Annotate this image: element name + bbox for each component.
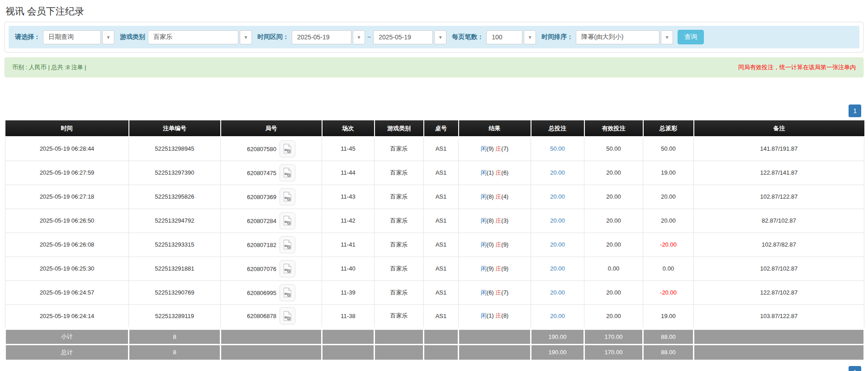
- cell-session: 11-39: [322, 281, 375, 304]
- video-replay-button[interactable]: [280, 260, 295, 277]
- cell-result: 闲(8) 庄(4): [459, 185, 531, 209]
- date-from-select-arrow[interactable]: ▼: [353, 30, 365, 44]
- date-to-value: 2025-05-19: [379, 33, 411, 41]
- header-cell: 有效投注: [584, 120, 643, 137]
- total-bet-link[interactable]: 20.00: [550, 217, 565, 224]
- sort-order-select-arrow[interactable]: ▼: [661, 30, 673, 44]
- cell-valid-bet: 20.00: [584, 209, 643, 233]
- footer-empty: [694, 344, 864, 360]
- result-banker-score: (9): [501, 241, 508, 248]
- header-cell: 场次: [322, 120, 375, 137]
- result-banker-label: 庄: [495, 169, 501, 176]
- total-bet-link[interactable]: 50.00: [550, 145, 565, 152]
- footer-empty: [424, 344, 459, 360]
- cell-remark: 102.87/122.87: [694, 185, 864, 209]
- cell-result: 闲(9) 庄(7): [459, 137, 531, 161]
- total-bet-link[interactable]: 20.00: [550, 265, 565, 272]
- date-to-select-arrow[interactable]: ▼: [434, 30, 446, 44]
- total-bet-link[interactable]: 20.00: [550, 241, 565, 248]
- video-file-icon: [283, 287, 292, 298]
- chevron-down-icon: ▼: [665, 35, 669, 40]
- sort-order-select[interactable]: 降幂(由大到小): [576, 30, 659, 44]
- cell-time: 2025-05-19 06:27:18: [5, 185, 129, 209]
- chevron-down-icon: ▼: [106, 35, 111, 40]
- page-size-select-arrow[interactable]: ▼: [524, 30, 536, 44]
- cell-time: 2025-05-19 06:27:59: [5, 161, 129, 185]
- header-cell: 备注: [694, 120, 864, 137]
- result-player-score: (9): [487, 265, 494, 272]
- payout-value: -20.00: [660, 289, 677, 296]
- cell-round-id: 620807182: [221, 233, 322, 257]
- cell-table-no: AS1: [424, 233, 459, 257]
- cell-remark: 122.87/141.87: [694, 161, 864, 185]
- cell-valid-bet: 20.00: [584, 304, 643, 328]
- footer-valid-bet: 170.00: [584, 344, 643, 360]
- pagination-bottom-page-1[interactable]: 1: [849, 366, 861, 371]
- game-type-select[interactable]: 百家乐: [148, 30, 238, 44]
- footer-valid-bet: 170.00: [584, 328, 643, 344]
- cell-payout: 50.00: [643, 137, 694, 161]
- query-type-label: 请选择：: [15, 33, 40, 41]
- video-replay-button[interactable]: [280, 307, 295, 324]
- table-footer-row: 总计 8 190.00 170.00 88.00: [5, 344, 864, 360]
- query-type-select[interactable]: 日期查询: [43, 30, 101, 44]
- cell-bet-id: 522513289119: [129, 304, 221, 328]
- result-banker-score: (3): [501, 217, 508, 224]
- result-player-score: (1): [487, 312, 494, 319]
- sort-order-label: 时间排序：: [541, 33, 573, 41]
- result-player-score: (8): [487, 193, 494, 200]
- video-replay-button[interactable]: [280, 164, 295, 181]
- video-replay-button[interactable]: [280, 284, 295, 301]
- cell-result: 闲(6) 庄(7): [459, 281, 531, 304]
- page-title: 视讯 会员下注纪录: [5, 5, 863, 18]
- cell-session: 11-42: [322, 209, 375, 233]
- table-row: 2025-05-19 06:26:08 522513293315 6208071…: [5, 233, 864, 257]
- cell-time: 2025-05-19 06:25:30: [5, 257, 129, 281]
- summary-currency-count: 币别 : 人民币 | 总共 :8 注单 |: [12, 63, 86, 71]
- result-banker-label: 庄: [495, 241, 501, 248]
- table-row: 2025-05-19 06:24:57 522513290769 6208069…: [5, 281, 864, 304]
- table-footer: 小计 8 190.00 170.00 88.00 总计 8 190.00 170…: [5, 328, 864, 360]
- page-size-select[interactable]: 100: [486, 30, 522, 44]
- game-type-select-arrow[interactable]: ▼: [240, 30, 252, 44]
- footer-empty: [459, 328, 531, 344]
- payout-value: 0.00: [663, 265, 674, 272]
- result-banker-score: (6): [501, 169, 508, 176]
- summary-bar: 币别 : 人民币 | 总共 :8 注单 | 同局有效投注，统一计算在该局第一张注…: [5, 57, 863, 77]
- cell-game-type: 百家乐: [375, 137, 424, 161]
- cell-game-type: 百家乐: [375, 257, 424, 281]
- video-replay-button[interactable]: [280, 140, 295, 157]
- video-replay-button[interactable]: [280, 188, 295, 205]
- round-id-text: 620807076: [247, 265, 276, 272]
- pagination-page-1[interactable]: 1: [849, 105, 861, 117]
- video-replay-button[interactable]: [280, 212, 295, 229]
- cell-session: 11-40: [322, 257, 375, 281]
- footer-empty: [221, 328, 322, 344]
- cell-remark: 82.87/102.87: [694, 209, 864, 233]
- cell-game-type: 百家乐: [375, 233, 424, 257]
- total-bet-link[interactable]: 20.00: [550, 193, 565, 200]
- footer-count: 8: [129, 344, 221, 360]
- cell-total-bet: 20.00: [531, 304, 584, 328]
- date-from-select[interactable]: 2025-05-19: [292, 30, 351, 44]
- header-cell: 游戏类别: [375, 120, 424, 137]
- cell-bet-id: 522513293315: [129, 233, 221, 257]
- date-range-tilde: ~: [367, 33, 371, 41]
- table-header-row: 时间注单编号局号场次游戏类别桌号结果总投注有效投注总派彩备注: [5, 120, 864, 137]
- footer-empty: [375, 328, 424, 344]
- total-bet-link[interactable]: 20.00: [550, 313, 565, 319]
- cell-bet-id: 522513297390: [129, 161, 221, 185]
- video-replay-button[interactable]: [280, 236, 295, 253]
- total-bet-link[interactable]: 20.00: [550, 289, 565, 296]
- cell-payout: 19.00: [643, 304, 694, 328]
- cell-round-id: 620807369: [221, 185, 322, 209]
- search-button[interactable]: 查询: [678, 30, 704, 44]
- total-bet-link[interactable]: 20.00: [550, 169, 565, 176]
- header-cell: 总投注: [531, 120, 584, 137]
- date-to-select[interactable]: 2025-05-19: [373, 30, 433, 44]
- result-banker-label: 庄: [495, 265, 501, 272]
- page-size-label: 每页笔数：: [452, 33, 484, 41]
- header-cell: 注单编号: [129, 120, 221, 137]
- query-type-select-arrow[interactable]: ▼: [102, 30, 114, 44]
- cell-valid-bet: 20.00: [584, 161, 643, 185]
